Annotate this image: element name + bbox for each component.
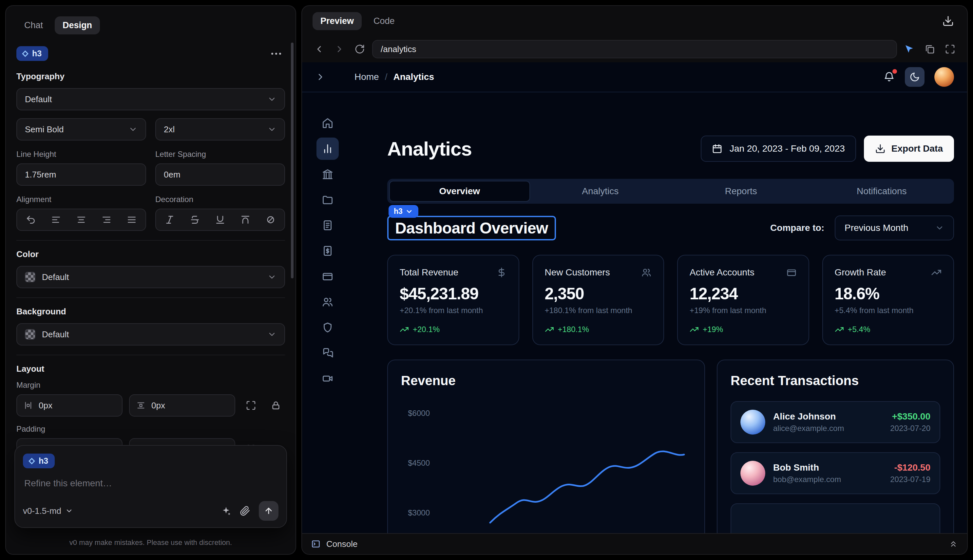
align-left-button[interactable] [45, 210, 67, 229]
dashboard-sidebar [302, 92, 353, 533]
enhance-prompt-button[interactable] [221, 506, 231, 516]
refresh-button[interactable] [352, 41, 367, 57]
strikethrough-icon [190, 215, 200, 225]
rail-payments-icon[interactable] [317, 265, 339, 288]
font-size-select[interactable]: 2xl [155, 118, 285, 140]
attach-button[interactable] [240, 506, 250, 516]
tab-design[interactable]: Design [55, 17, 100, 34]
font-family-select[interactable]: Default [17, 88, 285, 110]
tab-code[interactable]: Code [366, 12, 403, 30]
rail-projects-icon[interactable] [317, 188, 339, 211]
inspect-button[interactable] [901, 41, 917, 57]
stat-value: 18.6% [835, 284, 942, 303]
margin-lock-button[interactable] [267, 396, 285, 415]
selected-element-chip[interactable]: h3 [17, 46, 48, 61]
font-weight-select[interactable]: Semi Bold [17, 118, 146, 140]
download-button[interactable] [940, 12, 956, 30]
forward-button[interactable] [332, 41, 347, 57]
rail-organization-icon[interactable] [317, 163, 339, 185]
notification-dot [893, 69, 897, 74]
italic-icon [164, 215, 175, 225]
line-height-input[interactable]: 1.75rem [17, 163, 146, 186]
url-input[interactable] [372, 40, 897, 58]
strikethrough-button[interactable] [184, 210, 206, 229]
tab-analytics[interactable]: Analytics [530, 181, 671, 202]
overline-button[interactable] [234, 210, 257, 229]
panel-scrollbar[interactable] [291, 43, 294, 278]
diamond-icon [28, 458, 35, 464]
collapse-console-button[interactable] [949, 539, 958, 548]
copy-preview-button[interactable] [922, 41, 938, 57]
notifications-button[interactable] [883, 71, 895, 83]
date-range-button[interactable]: Jan 20, 2023 - Feb 09, 2023 [701, 136, 856, 162]
chevrons-up-icon [949, 539, 958, 548]
rail-security-icon[interactable] [317, 317, 339, 338]
rail-customers-icon[interactable] [317, 291, 339, 313]
align-left-icon [51, 215, 61, 225]
overline-icon [240, 215, 250, 225]
section-heading-selected[interactable]: Dashboard Overview [387, 216, 556, 240]
sidebar-toggle[interactable] [315, 72, 325, 82]
stat-trend-value: +20.1% [413, 325, 440, 334]
panel-tab-bar: Chat Design [17, 17, 285, 34]
theme-toggle[interactable] [905, 67, 925, 87]
recent-transactions-card: Recent Transactions Alice Johnson alice@… [717, 360, 954, 533]
letter-spacing-input[interactable]: 0em [155, 163, 285, 186]
stat-card-new-customers: New Customers 2,350 +180.1% from last mo… [532, 255, 664, 345]
layout-section-label: Layout [17, 364, 285, 374]
italic-button[interactable] [159, 210, 181, 229]
margin-x-input[interactable]: 0px [17, 394, 122, 417]
chevron-down-icon [267, 272, 277, 282]
composer-element-chip[interactable]: h3 [23, 453, 55, 468]
tab-chat[interactable]: Chat [17, 17, 51, 34]
rail-billing-icon[interactable] [317, 240, 339, 262]
rail-analytics-icon[interactable] [317, 138, 339, 160]
clear-decoration-button[interactable] [259, 210, 282, 229]
stat-card-active-accounts: Active Accounts 12,234 +19% from last mo… [677, 255, 809, 345]
align-center-button[interactable] [70, 210, 92, 229]
compare-select[interactable]: Previous Month [835, 215, 954, 240]
align-justify-button[interactable] [120, 210, 143, 229]
margin-expand-button[interactable] [242, 396, 260, 415]
refine-composer: h3 Refine this element… v0-1.5-md [14, 445, 287, 528]
background-select[interactable]: Default [17, 323, 285, 345]
console-bar[interactable]: Console [302, 533, 967, 554]
undo-icon [25, 215, 36, 225]
element-selector-chip[interactable]: h3 [389, 205, 418, 218]
tab-preview[interactable]: Preview [312, 12, 362, 30]
dollar-sign-icon [496, 267, 507, 278]
align-right-button[interactable] [95, 210, 118, 229]
trending-up-icon [400, 325, 409, 334]
underline-icon [215, 215, 225, 225]
breadcrumb-home[interactable]: Home [354, 72, 379, 82]
checkerboard-swatch-icon [25, 329, 35, 340]
rail-video-icon[interactable] [317, 367, 339, 390]
line-height-value: 1.75rem [25, 170, 56, 180]
more-options-button[interactable] [267, 49, 285, 58]
send-button[interactable] [259, 501, 279, 521]
arrow-up-icon [264, 506, 273, 515]
refresh-icon [354, 44, 365, 54]
alignment-button-group [17, 208, 146, 231]
underline-button[interactable] [209, 210, 231, 229]
export-data-button[interactable]: Export Data [864, 136, 954, 162]
color-select[interactable]: Default [17, 266, 285, 288]
chevron-right-icon [334, 44, 345, 54]
rail-notes-icon[interactable] [317, 214, 339, 237]
alignment-label: Alignment [17, 195, 146, 204]
fullscreen-button[interactable] [942, 41, 958, 57]
back-button[interactable] [311, 41, 327, 57]
rail-home-icon[interactable] [317, 112, 339, 134]
user-avatar[interactable] [935, 67, 954, 87]
rail-messages-icon[interactable] [317, 342, 339, 364]
fullscreen-icon [945, 44, 955, 54]
margin-y-input[interactable]: 0px [129, 394, 235, 417]
undo-button[interactable] [20, 210, 42, 229]
model-select[interactable]: v0-1.5-md [23, 506, 73, 516]
stat-title: Total Revenue [400, 267, 458, 278]
tab-overview[interactable]: Overview [389, 181, 530, 202]
y-axis-label: $4500 [398, 458, 430, 468]
composer-input[interactable]: Refine this element… [24, 478, 277, 488]
tab-notifications[interactable]: Notifications [811, 181, 952, 202]
tab-reports[interactable]: Reports [671, 181, 811, 202]
